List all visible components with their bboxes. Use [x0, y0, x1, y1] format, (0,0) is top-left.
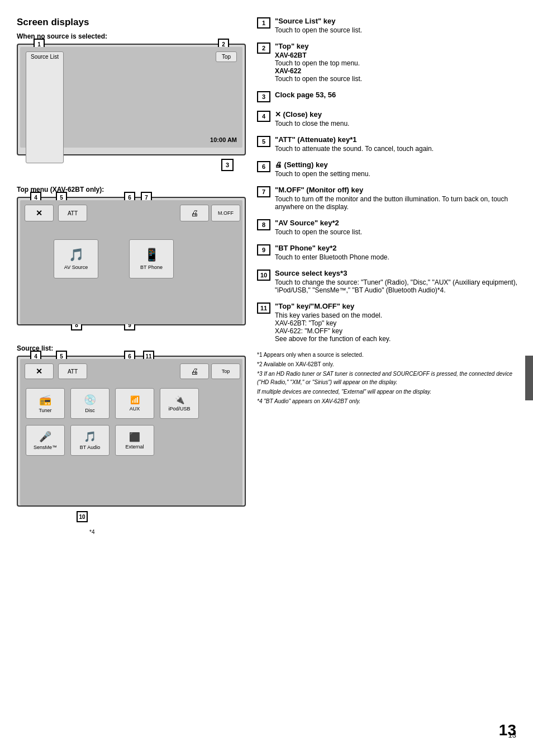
setting-btn[interactable]: 🖨 [180, 205, 209, 221]
badge-10: 10 [77, 511, 88, 522]
item-title-8: "AV Source" key*2 [275, 219, 522, 227]
item-6: 6🖨 (Setting) keyTouch to open the settin… [257, 160, 522, 178]
item-num-7: 7 [257, 186, 270, 197]
item-num-8: 8 [257, 219, 270, 230]
x-btn-s[interactable]: ✕ [25, 363, 54, 379]
source-list-btn[interactable]: Source List [26, 51, 64, 163]
item-title-9: "BT Phone" key*2 [275, 244, 522, 252]
item-num-1: 1 [257, 17, 270, 29]
footnote-4-ref: *4 [89, 529, 94, 535]
footnote-2: *3 If an HD Radio tuner or SAT tuner is … [257, 370, 522, 386]
top-btn[interactable]: Top [216, 51, 237, 62]
item-num-9: 9 [257, 244, 270, 256]
item-11: 11"Top" key/"M.OFF" keyThis key varies b… [257, 302, 522, 343]
item-title-6: 🖨 (Setting) key [275, 160, 522, 169]
item-num-2: 2 [257, 42, 270, 54]
av-source-btn[interactable]: 🎵 AV Source [54, 239, 98, 278]
item-num-6: 6 [257, 161, 270, 172]
section-title: Screen displays [17, 17, 246, 28]
item-title-1: "Source List" key [275, 17, 522, 25]
att-btn-s[interactable]: ATT [58, 363, 87, 379]
badge-3: 3 [221, 159, 234, 171]
item-1: 1"Source List" keyTouch to open the sour… [257, 17, 522, 34]
item-2: 2"Top" keyXAV-62BTTouch to open the top … [257, 42, 522, 83]
item-7: 7"M.OFF" (Monitor off) keyTouch to turn … [257, 186, 522, 211]
att-btn[interactable]: ATT [58, 205, 87, 221]
item-4: 4✕ (Close) keyTouch to close the menu. [257, 110, 522, 127]
item-title-5: "ATT" (Attenuate) key*1 [275, 135, 522, 144]
top-btn-s[interactable]: Top [211, 363, 240, 379]
footnote-4: *4 "BT Audio" appears on XAV-62BT only. [257, 397, 522, 405]
external-btn[interactable]: ⬛ External [115, 425, 154, 456]
screen-no-source: 1 2 Source List Top 10:00 AM 3 [17, 44, 246, 155]
subtitle-no-source: When no source is selected: [17, 32, 246, 40]
screen-source-list: 4 5 6 11 10 ✕ ATT 🖨 Top 📻 Tuner [17, 356, 246, 507]
item-3: 3Clock page 53, 56 [257, 91, 522, 102]
ipod-usb-btn[interactable]: 🔌 iPod/USB [160, 388, 199, 419]
footnotes: *1 Appears only when a source is selecte… [257, 351, 522, 405]
screen-top-menu: 4 5 6 7 8 9 ✕ ATT 🖨 M.OFF [17, 197, 246, 325]
item-title-3: Clock page 53, 56 [275, 91, 522, 99]
item-title-11: "Top" key/"M.OFF" key [275, 302, 522, 310]
x-btn[interactable]: ✕ [25, 205, 54, 221]
item-9: 9"BT Phone" key*2Touch to enter Bluetoot… [257, 244, 522, 261]
item-10: 10Source select keys*3Touch to change th… [257, 269, 522, 294]
item-num-3: 3 [257, 91, 270, 102]
footnote-3: If multiple devices are connected, "Exte… [257, 388, 522, 396]
aux-btn[interactable]: 📶 AUX [115, 388, 154, 419]
disc-btn[interactable]: 💿 Disc [70, 388, 110, 419]
setting-btn-s[interactable]: 🖨 [180, 363, 209, 379]
item-num-11: 11 [257, 303, 270, 314]
item-5: 5"ATT" (Attenuate) key*1Touch to attenua… [257, 135, 522, 153]
item-8: 8"AV Source" key*2Touch to open the sour… [257, 219, 522, 236]
bt-phone-btn[interactable]: 📱 BT Phone [129, 239, 174, 278]
sidebar-bar [525, 356, 533, 400]
footnote-1: *2 Available on XAV-62BT only. [257, 360, 522, 368]
clock-display: 10:00 AM [210, 136, 237, 143]
sensme-btn[interactable]: 🎤 SensMe™ [26, 425, 65, 456]
item-title-2: "Top" key [275, 42, 522, 50]
bt-audio-btn[interactable]: 🎵 BT Audio [70, 425, 110, 456]
item-num-10: 10 [257, 270, 270, 281]
item-num-4: 4 [257, 111, 270, 122]
tuner-btn[interactable]: 📻 Tuner [26, 388, 65, 419]
item-title-4: ✕ (Close) key [275, 110, 522, 119]
item-title-10: Source select keys*3 [275, 269, 522, 277]
item-title-7: "M.OFF" (Monitor off) key [275, 186, 522, 194]
page-number-display: 13 [499, 721, 516, 739]
moff-btn[interactable]: M.OFF [211, 205, 240, 221]
items-container: 1"Source List" keyTouch to open the sour… [257, 17, 522, 343]
item-num-5: 5 [257, 136, 270, 147]
footnote-0: *1 Appears only when a source is selecte… [257, 351, 522, 359]
